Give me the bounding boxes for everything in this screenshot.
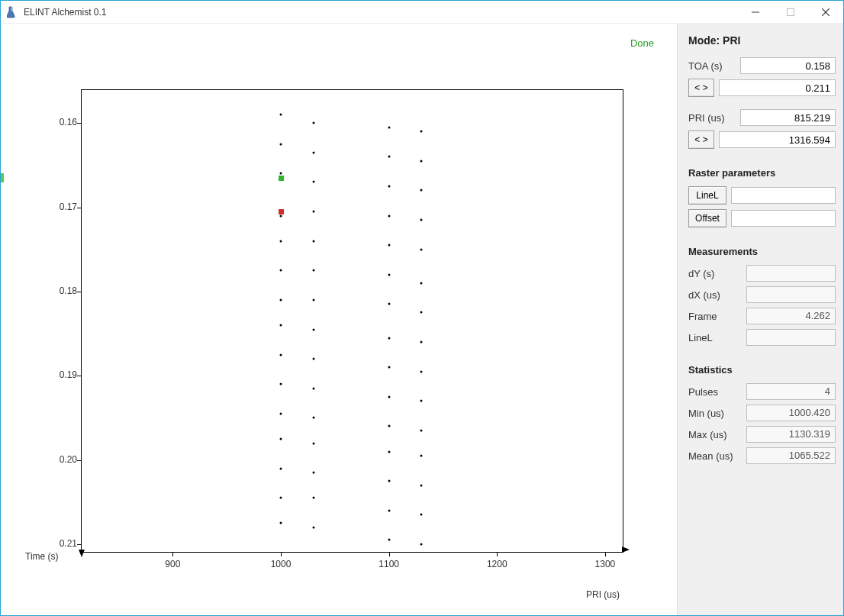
app-icon [7,6,18,18]
data-point [420,248,423,250]
data-point [280,298,282,301]
toa-nav-button[interactable]: < > [688,79,714,97]
data-point [420,219,423,221]
data-point [312,211,314,213]
max-readout: 1130.319 [746,426,836,443]
pri-to-input[interactable] [719,131,836,148]
x-tick-label: 1300 [595,559,616,569]
green-marker[interactable] [279,176,284,181]
measurements-heading: Measurements [688,246,836,257]
minimize-button[interactable] [738,1,773,24]
data-point [312,151,314,153]
data-point [420,341,423,343]
svg-marker-4 [79,550,85,557]
linel-input[interactable] [731,187,836,204]
data-point [420,455,423,457]
toa-from-input[interactable] [740,57,836,74]
data-point [312,387,314,389]
y-tick-label: 0.18 [39,285,77,296]
data-point [280,497,282,499]
max-label: Max (us) [688,429,742,440]
raster-heading: Raster parameters [688,167,836,179]
pri-nav-button[interactable]: < > [688,131,714,149]
data-point [280,467,282,469]
data-point [312,358,314,360]
data-point [388,395,390,398]
data-point [280,240,282,242]
titlebar: ELINT Alchemist 0.1 [1,1,843,24]
meas-linel-readout [746,329,836,346]
data-point [420,543,423,545]
data-point [420,514,423,516]
data-point [388,244,390,247]
app-window: ELINT Alchemist 0.1 Done Time (s) PRI (u… [0,0,844,616]
data-point [312,240,314,242]
data-point [388,337,390,339]
data-point [280,438,282,440]
pri-from-input[interactable] [740,109,836,126]
data-point [420,429,423,431]
svg-rect-1 [788,8,794,15]
window-title: ELINT Alchemist 0.1 [24,7,107,18]
mean-label: Mean (us) [688,450,742,462]
left-indicator-bar [1,173,4,182]
data-point [388,509,390,511]
pulses-label: Pulses [688,386,742,398]
linel-button[interactable]: LineL [688,186,726,205]
y-axis-label: Time (s) [25,551,59,562]
data-point [312,298,314,301]
frame-label: Frame [688,311,742,322]
x-tick-label: 1100 [379,559,399,569]
data-point [312,122,314,124]
dx-label: dX (us) [688,289,742,301]
data-point [312,417,314,419]
data-point [280,143,282,145]
data-point [388,366,390,369]
data-point [280,383,282,385]
data-point [312,269,314,272]
data-point [280,522,282,524]
dy-readout [746,265,836,282]
data-point [388,214,390,217]
data-point [388,303,390,305]
data-point [420,282,423,284]
y-tick-label: 0.17 [39,202,77,212]
dy-label: dY (s) [688,268,742,279]
dx-readout [746,286,836,303]
pri-label: PRI (us) [688,112,736,124]
data-point [280,114,282,116]
data-point [388,156,390,158]
data-point [280,269,282,272]
red-marker[interactable] [279,209,284,214]
data-point [420,400,423,402]
mean-readout: 1065.522 [746,447,836,464]
pulses-readout: 4 [746,383,836,400]
y-tick-label: 0.21 [39,538,77,549]
mode-heading: Mode: PRI [688,34,836,47]
plot-area[interactable]: Done Time (s) PRI (us) 0.160.170.180.190… [1,24,677,615]
min-readout: 1000.420 [746,405,836,421]
data-point [280,353,282,356]
y-tick-label: 0.20 [39,454,77,465]
data-point [312,328,314,331]
statistics-heading: Statistics [688,364,836,376]
data-point [312,442,314,444]
offset-input[interactable] [731,210,836,227]
close-button[interactable] [808,1,843,24]
x-tick-label: 1200 [487,559,507,569]
x-tick-label: 1000 [271,559,292,569]
sidebar: Mode: PRI TOA (s) < > PRI (us) < > Raste… [677,24,843,615]
data-point [312,181,314,183]
data-point [280,324,282,327]
meas-linel-label: LineL [688,332,742,343]
offset-button[interactable]: Offset [688,209,726,227]
data-point [420,189,423,192]
data-point [420,370,423,373]
data-point [280,173,282,175]
toa-to-input[interactable] [719,79,836,96]
y-tick-label: 0.16 [39,117,77,127]
data-point [388,425,390,427]
data-point [420,311,423,314]
maximize-button[interactable] [773,1,808,24]
min-label: Min (us) [688,408,742,419]
